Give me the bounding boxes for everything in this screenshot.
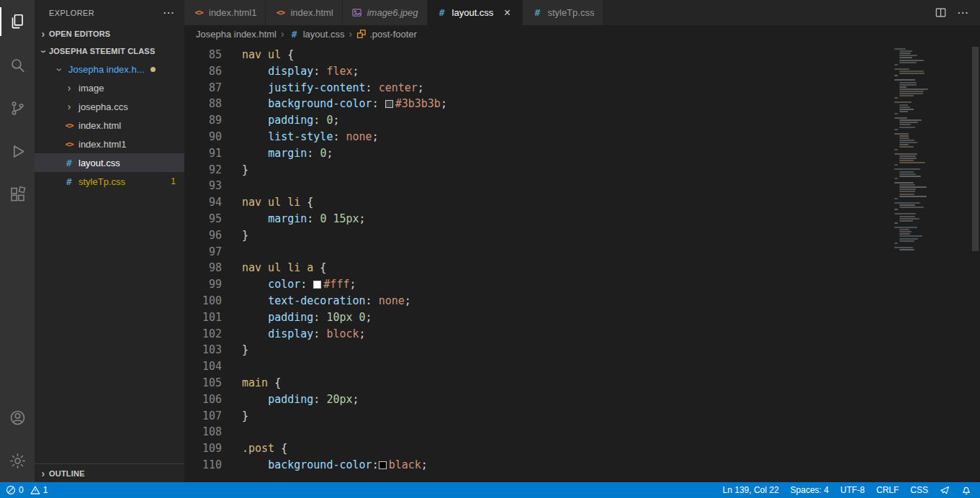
tab-image6-jpeg[interactable]: image6.jpeg <box>343 0 428 25</box>
eol-setting[interactable]: CRLF <box>876 485 899 495</box>
line-number[interactable]: 85 <box>184 47 222 63</box>
line-number[interactable]: 89 <box>184 112 222 129</box>
sidebar-item-label: layout.css <box>78 158 120 168</box>
line-number[interactable]: 86 <box>184 63 222 80</box>
sidebar-item-image[interactable]: ›image <box>35 78 184 97</box>
line-number[interactable]: 102 <box>184 326 222 343</box>
tab-styletp-css[interactable]: #styleTp.css <box>523 0 603 25</box>
sidebar-item-index-html[interactable]: <>index.html <box>35 116 184 135</box>
color-swatch[interactable] <box>313 281 321 289</box>
line-number[interactable]: 98 <box>184 260 222 276</box>
html-file-icon: <> <box>63 121 75 130</box>
run-debug-icon[interactable] <box>0 130 35 173</box>
tab-label: image6.jpeg <box>367 7 418 18</box>
line-number[interactable]: 95 <box>184 211 222 227</box>
html-file-icon: <> <box>274 8 286 17</box>
sidebar-more-actions-icon[interactable]: ⋯ <box>163 7 174 19</box>
line-number[interactable]: 107 <box>184 408 222 425</box>
line-number[interactable]: 110 <box>184 457 222 474</box>
line-number[interactable]: 91 <box>184 145 222 162</box>
split-editor-icon[interactable] <box>935 6 947 19</box>
sidebar-item-josepha-ccs[interactable]: ›josepha.ccs <box>35 97 184 116</box>
line-number[interactable]: 88 <box>184 96 222 112</box>
line-number[interactable]: 101 <box>184 309 222 326</box>
sidebar-item-label: index.html1 <box>78 139 126 150</box>
cursor-position[interactable]: Ln 139, Col 22 <box>723 485 779 495</box>
feedback-icon[interactable] <box>940 485 950 495</box>
code-line: text-decoration: none; <box>242 293 893 309</box>
editor-more-actions-icon[interactable]: ⋯ <box>957 6 968 19</box>
encoding-setting[interactable]: UTF-8 <box>840 485 865 495</box>
code-line: .post { <box>242 440 893 457</box>
breadcrumb-item-layout-css[interactable]: #layout.css <box>289 29 345 40</box>
line-number[interactable]: 87 <box>184 80 222 96</box>
editor-actions: ⋯ <box>935 0 980 25</box>
line-number[interactable]: 96 <box>184 227 222 244</box>
problems-indicator[interactable]: 0 1 <box>6 485 48 495</box>
tab-bar: <>index.html1<>index.htmlimage6.jpeg#lay… <box>184 0 980 25</box>
workspace-section-header[interactable]: › JOSEPHA STEEMIT CLASS <box>35 42 184 60</box>
tabs: <>index.html1<>index.htmlimage6.jpeg#lay… <box>184 0 603 25</box>
line-number-gutter[interactable]: 8586878889909192939495969798991001011021… <box>184 47 222 482</box>
search-icon[interactable] <box>0 43 35 86</box>
close-icon[interactable]: × <box>500 6 513 19</box>
line-number[interactable]: 109 <box>184 440 222 457</box>
scrollbar-thumb[interactable] <box>972 47 979 251</box>
notifications-bell-icon[interactable] <box>961 485 971 495</box>
code-line: margin: 0; <box>242 145 893 162</box>
minimap[interactable] <box>893 42 970 482</box>
chevron-down-icon: › <box>38 46 50 58</box>
vertical-scrollbar[interactable] <box>970 42 980 482</box>
code-line: display: block; <box>242 326 893 343</box>
code-content[interactable]: nav ul { display: flex; justify-content:… <box>242 47 893 482</box>
tab-index-html[interactable]: <>index.html <box>266 0 342 25</box>
sidebar-item-styletp-css[interactable]: #styleTp.css1 <box>35 172 184 191</box>
sidebar-item-index-html1[interactable]: <>index.html1 <box>35 135 184 153</box>
tab-index-html1[interactable]: <>index.html1 <box>184 0 266 25</box>
extensions-icon[interactable] <box>0 173 35 216</box>
source-control-icon[interactable] <box>0 86 35 130</box>
code-line: nav ul li { <box>242 194 893 211</box>
breadcrumb-item-josepha-index-html[interactable]: Josepha index.html <box>196 29 277 40</box>
line-number[interactable]: 92 <box>184 162 222 178</box>
image-file-icon <box>351 7 363 18</box>
line-number[interactable]: 105 <box>184 375 222 391</box>
line-number[interactable]: 103 <box>184 342 222 358</box>
color-swatch[interactable] <box>379 461 387 469</box>
breadcrumb-item-post-footer[interactable]: .post-footer <box>356 29 417 40</box>
code-area[interactable]: 8586878889909192939495969798991001011021… <box>184 42 893 482</box>
outline-label: OUTLINE <box>49 469 85 478</box>
code-line: nav ul li a { <box>242 260 893 276</box>
line-number[interactable]: 90 <box>184 129 222 145</box>
css-file-icon: # <box>63 158 75 168</box>
accounts-icon[interactable] <box>0 396 35 439</box>
line-number[interactable]: 108 <box>184 424 222 440</box>
sidebar-item-layout-css[interactable]: #layout.css <box>35 153 184 172</box>
file-tree: ›Josepha index.h...›image›josepha.ccs<>i… <box>35 60 184 191</box>
code-line: } <box>242 342 893 358</box>
line-number[interactable]: 99 <box>184 276 222 293</box>
settings-icon[interactable] <box>0 439 35 482</box>
sidebar-title: EXPLORER <box>49 9 94 17</box>
error-count: 0 <box>19 485 24 495</box>
line-number[interactable]: 94 <box>184 194 222 211</box>
line-number[interactable]: 104 <box>184 358 222 375</box>
breadcrumb-separator-icon: › <box>349 28 353 40</box>
line-number[interactable]: 97 <box>184 244 222 261</box>
tab-label: styleTp.css <box>547 7 594 18</box>
sidebar-item-label: josepha.ccs <box>78 101 128 112</box>
code-line: margin: 0 15px; <box>242 211 893 227</box>
open-editors-section-header[interactable]: › OPEN EDITORS <box>35 25 184 42</box>
breadcrumb-label: layout.css <box>303 29 345 40</box>
line-number[interactable]: 93 <box>184 178 222 194</box>
html-file-icon: <> <box>193 8 204 17</box>
tab-layout-css[interactable]: #layout.css× <box>428 0 523 25</box>
explorer-icon[interactable] <box>0 0 35 43</box>
language-mode[interactable]: CSS <box>910 485 928 495</box>
line-number[interactable]: 100 <box>184 293 222 309</box>
color-swatch[interactable] <box>385 100 393 108</box>
line-number[interactable]: 106 <box>184 391 222 408</box>
outline-section-header[interactable]: › OUTLINE <box>35 463 184 482</box>
sidebar-item-josepha-index-h[interactable]: ›Josepha index.h... <box>35 60 184 78</box>
indentation-setting[interactable]: Spaces: 4 <box>791 485 829 495</box>
